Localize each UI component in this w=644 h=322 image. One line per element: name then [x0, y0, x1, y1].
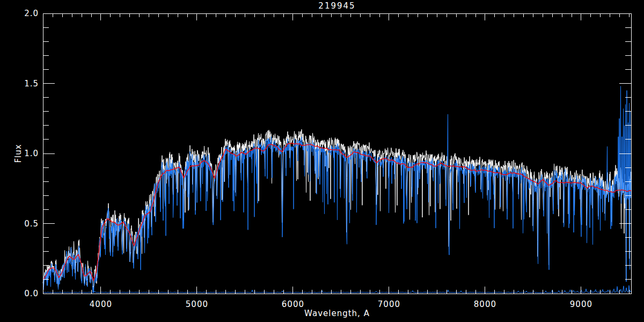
chart-background	[0, 0, 644, 322]
x-axis-label: Wavelength, A	[304, 309, 370, 318]
y-tick-label: 0.0	[24, 289, 39, 298]
y-tick-label: 0.5	[24, 219, 39, 229]
y-tick-label: 1.0	[24, 149, 39, 158]
x-tick-label: 8000	[474, 299, 496, 309]
plot-window: 400050006000700080009000 0.00.51.01.52.0…	[0, 0, 644, 322]
y-axis-label: Flux	[13, 144, 23, 163]
y-tick-label: 2.0	[24, 9, 39, 18]
x-tick-label: 9000	[570, 299, 592, 309]
x-tick-label: 4000	[90, 299, 112, 309]
chart-title: 219945	[318, 1, 355, 11]
y-tick-label: 1.5	[24, 79, 39, 89]
spectrum-chart: 400050006000700080009000 0.00.51.01.52.0…	[0, 0, 644, 322]
x-tick-label: 5000	[186, 299, 208, 309]
x-tick-label: 7000	[378, 299, 400, 309]
x-tick-label: 6000	[282, 299, 304, 309]
